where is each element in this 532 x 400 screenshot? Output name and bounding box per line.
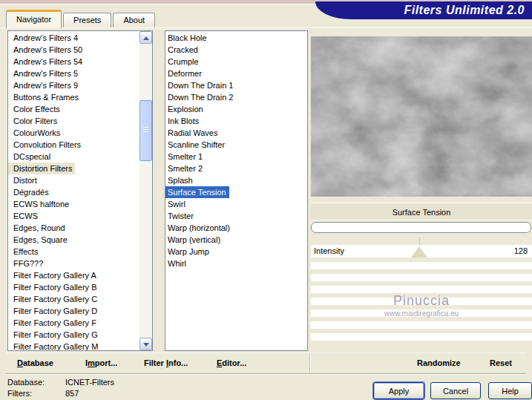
category-item[interactable]: FFG??? bbox=[8, 258, 139, 269]
category-scrollbar[interactable] bbox=[139, 31, 152, 350]
toolbar-button-editor[interactable]: Editor... bbox=[217, 353, 246, 373]
category-item[interactable]: ECWS halftone bbox=[8, 198, 139, 210]
filter-item[interactable]: Whirl bbox=[165, 258, 307, 269]
filter-item[interactable]: Smelter 2 bbox=[165, 163, 307, 174]
filter-item[interactable]: Explosion bbox=[165, 103, 307, 115]
filter-list: Black HoleCrackedCrumpleDeformerDown The… bbox=[165, 32, 307, 269]
filter-item[interactable]: Down The Drain 1 bbox=[165, 79, 307, 91]
filter-item[interactable]: Splash bbox=[165, 174, 307, 186]
toolbar-button-database[interactable]: Database bbox=[17, 353, 53, 373]
tab-presets[interactable]: Presets bbox=[63, 13, 111, 27]
empty-parameter-row bbox=[311, 286, 532, 293]
category-item[interactable]: Andrew's Filters 4 bbox=[8, 32, 139, 44]
selected-filter-title: Surface Tension bbox=[311, 203, 532, 220]
category-item[interactable]: Convolution Filters bbox=[8, 139, 139, 151]
status-filters-label: Filters: bbox=[7, 389, 65, 399]
scrollbar-thumb[interactable] bbox=[139, 100, 152, 161]
filter-listbox[interactable]: Black HoleCrackedCrumpleDeformerDown The… bbox=[165, 30, 308, 351]
category-item[interactable]: Filter Factory Gallery M bbox=[8, 341, 139, 351]
toolbar-divider bbox=[309, 353, 310, 373]
intensity-label: Intensity bbox=[314, 245, 344, 258]
app-title-banner: Filters Unlimited 2.0 bbox=[315, 1, 532, 19]
category-item-selected[interactable]: Distortion Filters bbox=[8, 163, 75, 174]
category-item[interactable]: Color Effects bbox=[8, 103, 139, 115]
filter-control-panel: Surface Tension Intensity 128 Pinuccia w… bbox=[311, 30, 532, 351]
toolbar-button-import[interactable]: Import... bbox=[85, 353, 117, 373]
category-item[interactable]: Buttons & Frames bbox=[8, 91, 139, 103]
toolbar-button-filter-info[interactable]: Filter Info... bbox=[144, 353, 188, 373]
empty-parameter-row bbox=[311, 333, 532, 341]
category-item[interactable]: Andrew's Filters 9 bbox=[8, 79, 139, 91]
category-list: Andrew's Filters 4Andrew's Filters 50And… bbox=[8, 32, 139, 351]
category-item[interactable]: Distort bbox=[8, 174, 139, 186]
empty-parameter-row bbox=[311, 321, 532, 329]
category-item[interactable]: Effects bbox=[8, 246, 139, 258]
arrow-up-icon bbox=[143, 36, 149, 40]
category-item[interactable]: Edges, Square bbox=[8, 234, 139, 246]
toolbar-strip: DatabaseImport...Filter Info...Editor...… bbox=[6, 353, 526, 374]
arrow-down-icon bbox=[143, 343, 149, 347]
status-database: Database:ICNET-Filters bbox=[7, 378, 114, 387]
filter-item[interactable]: Black Hole bbox=[165, 32, 307, 44]
app-title: Filters Unlimited 2.0 bbox=[404, 4, 525, 16]
filter-item[interactable]: Warp (horizontal) bbox=[165, 222, 307, 234]
category-item[interactable]: Filter Factory Gallery D bbox=[8, 305, 139, 317]
category-item[interactable]: Filter Factory Gallery A bbox=[8, 269, 139, 281]
help-button[interactable]: Help bbox=[488, 382, 532, 399]
category-listbox[interactable]: Andrew's Filters 4Andrew's Filters 50And… bbox=[7, 30, 153, 351]
status-filters: Filters:857 bbox=[7, 389, 79, 399]
cancel-button[interactable]: Cancel bbox=[430, 382, 481, 399]
intensity-value: 128 bbox=[514, 245, 528, 258]
category-item[interactable]: Filter Factory Gallery F bbox=[8, 317, 139, 329]
filter-item[interactable]: Radial Waves bbox=[165, 127, 307, 139]
tab-navigator[interactable]: Navigator bbox=[6, 10, 62, 28]
filter-item[interactable]: Scanline Shifter bbox=[165, 139, 307, 151]
category-item[interactable]: DCspecial bbox=[8, 151, 139, 163]
status-database-label: Database: bbox=[7, 378, 65, 387]
category-item[interactable]: Edges, Round bbox=[8, 222, 139, 234]
progress-bar bbox=[311, 222, 531, 233]
apply-button[interactable]: Apply bbox=[373, 382, 424, 399]
category-item[interactable]: ECWS bbox=[8, 210, 139, 222]
status-database-value: ICNET-Filters bbox=[65, 378, 114, 387]
scroll-down-button[interactable] bbox=[139, 338, 152, 350]
filter-item[interactable]: Deformer bbox=[165, 68, 307, 79]
tab-about[interactable]: About bbox=[113, 13, 155, 27]
empty-parameter-row bbox=[311, 262, 532, 269]
watermark: Pinuccia www.maidiregrafica.eu bbox=[311, 293, 532, 318]
filter-item-selected[interactable]: Surface Tension bbox=[165, 186, 229, 198]
category-item[interactable]: Dégradés bbox=[8, 186, 139, 198]
toolbar-button-reset[interactable]: Reset bbox=[490, 353, 512, 373]
filter-item[interactable]: Warp (vertical) bbox=[165, 234, 307, 246]
category-item[interactable]: Andrew's Filters 50 bbox=[8, 44, 139, 56]
watermark-url: www.maidiregrafica.eu bbox=[311, 309, 532, 318]
category-item[interactable]: Andrew's Filters 5 bbox=[8, 68, 139, 79]
status-filters-value: 857 bbox=[65, 389, 79, 398]
category-item[interactable]: Filter Factory Gallery C bbox=[8, 293, 139, 305]
watermark-name: Pinuccia bbox=[311, 293, 532, 309]
filter-item[interactable]: Crumple bbox=[165, 56, 307, 68]
navigator-tab-page: Andrew's Filters 4Andrew's Filters 50And… bbox=[0, 27, 532, 376]
category-item[interactable]: Filter Factory Gallery G bbox=[8, 329, 139, 341]
filter-item[interactable]: Smelter 1 bbox=[165, 151, 307, 163]
empty-parameter-row bbox=[311, 274, 532, 281]
filter-item[interactable]: Down The Drain 2 bbox=[165, 91, 307, 103]
filter-item[interactable]: Swirl bbox=[165, 198, 307, 210]
filter-item[interactable]: Twister bbox=[165, 210, 307, 222]
toolbar-button-randomize[interactable]: Randomize bbox=[417, 353, 461, 373]
filter-item[interactable]: Ink Blots bbox=[165, 115, 307, 127]
category-item[interactable]: ColourWorks bbox=[8, 127, 139, 139]
tab-bar: Navigator Presets About bbox=[6, 10, 157, 27]
category-item[interactable]: Filter Factory Gallery B bbox=[8, 281, 139, 293]
scroll-up-button[interactable] bbox=[139, 31, 152, 44]
category-item[interactable]: Andrew's Filters 54 bbox=[8, 56, 139, 68]
intensity-slider-thumb[interactable] bbox=[411, 246, 427, 258]
preview-image bbox=[311, 36, 532, 197]
filter-item[interactable]: Warp Jump bbox=[165, 246, 307, 258]
filter-item[interactable]: Cracked bbox=[165, 44, 307, 56]
category-item[interactable]: Color Filters bbox=[8, 115, 139, 127]
